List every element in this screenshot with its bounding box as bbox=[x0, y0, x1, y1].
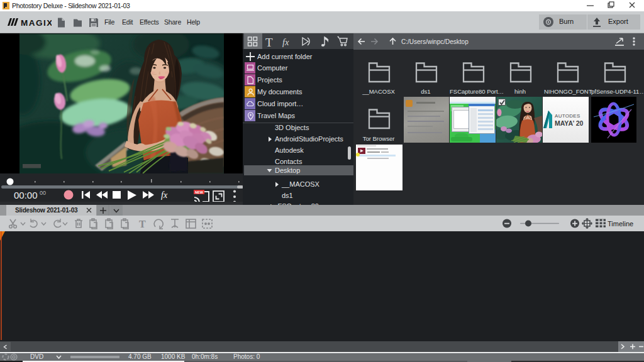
svg-text:Timeline: Timeline bbox=[608, 220, 633, 228]
svg-text:fx: fx bbox=[282, 37, 289, 47]
svg-text:T: T bbox=[139, 219, 146, 229]
svg-text:C:/Users/winpc/Desktop: C:/Users/winpc/Desktop bbox=[401, 38, 469, 45]
svg-text:MAGIX: MAGIX bbox=[21, 18, 52, 28]
svg-text:fx: fx bbox=[161, 190, 168, 200]
svg-text:00:00: 00:00 bbox=[14, 190, 38, 200]
svg-text:NEW: NEW bbox=[195, 190, 204, 194]
svg-text:T: T bbox=[265, 36, 273, 49]
svg-text:00: 00 bbox=[40, 190, 46, 196]
